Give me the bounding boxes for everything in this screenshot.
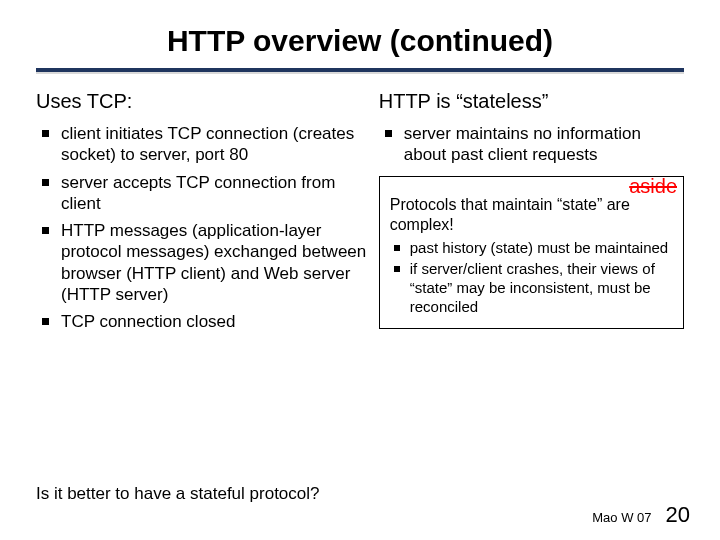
right-column: HTTP is “stateless” server maintains no … [379, 90, 684, 338]
bullet-icon [394, 266, 400, 272]
list-item: TCP connection closed [42, 311, 367, 332]
page-number: 20 [666, 502, 690, 528]
bullet-text: server maintains no information about pa… [404, 123, 684, 166]
bullet-text: past history (state) must be maintained [410, 239, 673, 258]
bullet-text: HTTP messages (application-layer protoco… [61, 220, 367, 305]
left-column: Uses TCP: client initiates TCP connectio… [36, 90, 367, 338]
bullet-icon [42, 318, 49, 325]
right-bullets: server maintains no information about pa… [379, 123, 684, 166]
columns: Uses TCP: client initiates TCP connectio… [36, 90, 684, 338]
bullet-text: if server/client crashes, their views of… [410, 260, 673, 316]
bullet-icon [394, 245, 400, 251]
bullet-icon [42, 227, 49, 234]
bullet-icon [385, 130, 392, 137]
left-bullets: client initiates TCP connection (creates… [36, 123, 367, 332]
slide: HTTP overview (continued) Uses TCP: clie… [0, 0, 720, 540]
aside-bullets: past history (state) must be maintained … [390, 239, 673, 317]
footer-question: Is it better to have a stateful protocol… [36, 484, 320, 504]
footer-tag: Mao W 07 [592, 510, 651, 525]
aside-lead: Protocols that maintain “state” are comp… [390, 195, 673, 235]
list-item: if server/client crashes, their views of… [394, 260, 673, 316]
list-item: server accepts TCP connection from clien… [42, 172, 367, 215]
list-item: server maintains no information about pa… [385, 123, 684, 166]
aside-box: aside Protocols that maintain “state” ar… [379, 176, 684, 329]
list-item: client initiates TCP connection (creates… [42, 123, 367, 166]
bullet-text: client initiates TCP connection (creates… [61, 123, 367, 166]
bullet-text: server accepts TCP connection from clien… [61, 172, 367, 215]
list-item: HTTP messages (application-layer protoco… [42, 220, 367, 305]
slide-title: HTTP overview (continued) [36, 24, 684, 58]
bullet-icon [42, 130, 49, 137]
bullet-icon [42, 179, 49, 186]
title-rule [36, 68, 684, 72]
bullet-text: TCP connection closed [61, 311, 367, 332]
left-heading: Uses TCP: [36, 90, 367, 113]
footer-right: Mao W 07 20 [592, 502, 690, 528]
list-item: past history (state) must be maintained [394, 239, 673, 258]
aside-label: aside [629, 175, 677, 198]
right-heading: HTTP is “stateless” [379, 90, 684, 113]
